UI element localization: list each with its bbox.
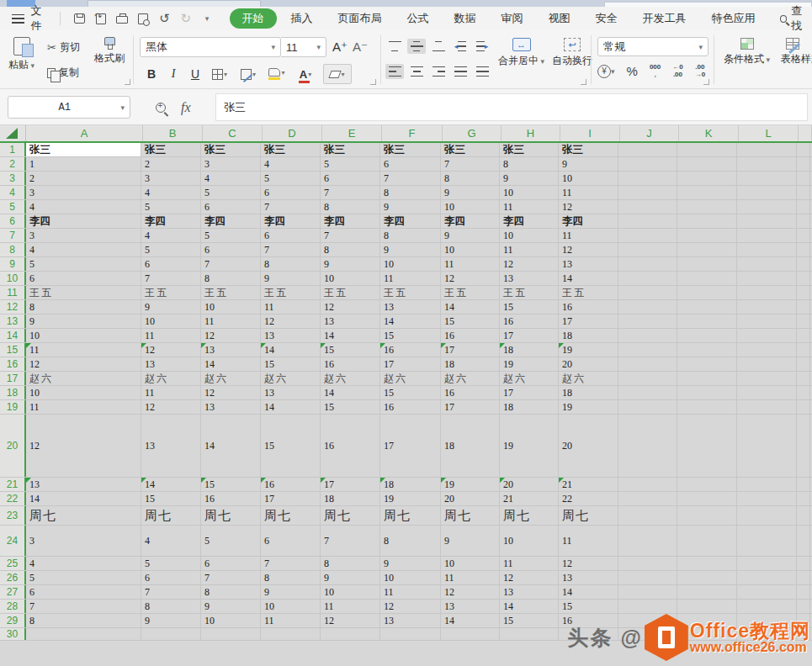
cell-A22[interactable]: 14 xyxy=(26,492,141,505)
conditional-format-button[interactable]: 条件格式 ▾ xyxy=(724,38,770,66)
cell-I23[interactable]: 周七 xyxy=(559,506,618,525)
cell-H7[interactable]: 10 xyxy=(500,229,559,242)
cell-F9[interactable]: 10 xyxy=(380,257,441,271)
cell-H3[interactable]: 9 xyxy=(500,172,559,185)
cell-B2[interactable]: 2 xyxy=(141,157,201,171)
align-bottom-button[interactable] xyxy=(429,39,448,54)
cell-H26[interactable]: 12 xyxy=(500,571,559,584)
cell-D30[interactable] xyxy=(261,628,321,640)
cell-H16[interactable]: 19 xyxy=(500,357,559,371)
decrease-font-size-button[interactable]: A⁻ xyxy=(350,37,370,57)
tab-view[interactable]: 视图 xyxy=(538,8,581,29)
cell-C12[interactable]: 10 xyxy=(201,300,261,314)
cell-G26[interactable]: 11 xyxy=(441,571,500,584)
cell-H6[interactable]: 李四 xyxy=(500,214,559,228)
cell-K7[interactable] xyxy=(677,229,737,242)
cell-M14[interactable] xyxy=(797,329,810,342)
cell-I8[interactable]: 12 xyxy=(559,243,618,256)
file-menu[interactable]: 文件 xyxy=(30,3,51,34)
cell-M20[interactable] xyxy=(797,415,810,477)
cell-K21[interactable] xyxy=(677,478,737,491)
cell-K18[interactable] xyxy=(677,386,737,399)
cell-D11[interactable]: 王五 xyxy=(261,286,321,299)
cell-L11[interactable] xyxy=(737,286,797,299)
cell-G28[interactable]: 13 xyxy=(441,600,500,613)
cell-M6[interactable] xyxy=(797,214,810,228)
zoom-icon[interactable] xyxy=(156,103,166,113)
cell-L16[interactable] xyxy=(737,357,797,371)
cell-B28[interactable]: 8 xyxy=(141,600,201,613)
cell-K9[interactable] xyxy=(677,257,737,271)
cell-C9[interactable]: 7 xyxy=(201,257,261,271)
cell-E27[interactable]: 10 xyxy=(321,585,380,599)
cell-K14[interactable] xyxy=(677,329,737,342)
cell-H23[interactable]: 周七 xyxy=(500,506,559,525)
cell-E2[interactable]: 5 xyxy=(321,157,380,171)
cell-B7[interactable]: 4 xyxy=(141,229,201,242)
cell-D1[interactable]: 张三 xyxy=(261,143,321,156)
table-style-button[interactable]: 表格样式 xyxy=(781,38,812,66)
cell-A28[interactable]: 7 xyxy=(26,600,141,613)
cell-M27[interactable] xyxy=(797,585,810,599)
cell-J2[interactable] xyxy=(618,157,677,171)
cell-G14[interactable]: 16 xyxy=(441,329,500,342)
cell-K10[interactable] xyxy=(677,272,737,285)
cell-H25[interactable]: 11 xyxy=(500,557,559,570)
cell-M25[interactable] xyxy=(797,557,810,570)
cell-L1[interactable] xyxy=(737,143,797,156)
cell-E18[interactable]: 14 xyxy=(321,386,380,399)
column-header-A[interactable]: A xyxy=(26,125,143,141)
cell-I28[interactable]: 15 xyxy=(559,600,618,613)
cell-C21[interactable]: 15 xyxy=(201,478,261,491)
cell-E7[interactable]: 7 xyxy=(321,229,380,242)
thousands-separator-button[interactable]: 000, xyxy=(650,64,661,79)
cell-L17[interactable] xyxy=(737,372,797,385)
cell-M26[interactable] xyxy=(797,571,810,584)
cell-B18[interactable]: 11 xyxy=(141,386,201,399)
cell-A11[interactable]: 王五 xyxy=(26,286,141,299)
cell-E10[interactable]: 10 xyxy=(321,272,380,285)
cell-B3[interactable]: 3 xyxy=(141,172,201,185)
hamburger-menu-icon[interactable] xyxy=(12,14,24,24)
cell-C10[interactable]: 8 xyxy=(201,272,261,285)
cell-G25[interactable]: 10 xyxy=(441,557,500,570)
increase-indent-button[interactable]: ▸ xyxy=(473,39,491,54)
row-header-13[interactable]: 13 xyxy=(0,314,26,328)
cell-A9[interactable]: 5 xyxy=(26,257,141,271)
cell-J14[interactable] xyxy=(618,329,677,342)
cell-D7[interactable]: 6 xyxy=(261,229,321,242)
cell-M3[interactable] xyxy=(797,172,810,185)
cell-F12[interactable]: 13 xyxy=(380,300,441,314)
cell-F17[interactable]: 赵六 xyxy=(380,372,441,385)
cell-D20[interactable]: 15 xyxy=(261,415,321,477)
row-header-23[interactable]: 23 xyxy=(0,506,26,525)
row-header-19[interactable]: 19 xyxy=(0,400,26,414)
cell-B15[interactable]: 12 xyxy=(141,343,201,357)
cell-L8[interactable] xyxy=(737,243,797,256)
cell-A13[interactable]: 9 xyxy=(26,314,141,328)
cell-E25[interactable]: 8 xyxy=(321,557,380,570)
cell-I19[interactable]: 19 xyxy=(559,400,618,414)
font-color-button[interactable]: A▾ xyxy=(293,64,318,84)
row-header-6[interactable]: 6 xyxy=(0,214,26,228)
cell-F26[interactable]: 10 xyxy=(380,571,441,584)
cell-B1[interactable]: 张三 xyxy=(141,143,201,156)
cell-L19[interactable] xyxy=(737,400,797,414)
cell-G30[interactable] xyxy=(441,628,500,640)
cell-C19[interactable]: 13 xyxy=(201,400,261,414)
cell-L23[interactable] xyxy=(737,506,797,525)
align-dialog-launcher[interactable] xyxy=(581,79,586,85)
cell-I27[interactable]: 14 xyxy=(559,585,618,599)
row-header-29[interactable]: 29 xyxy=(0,614,26,627)
cell-D21[interactable]: 16 xyxy=(261,478,321,491)
cell-J23[interactable] xyxy=(618,506,677,525)
cell-D26[interactable]: 8 xyxy=(261,571,321,584)
cell-B12[interactable]: 9 xyxy=(141,300,201,314)
cell-F25[interactable]: 9 xyxy=(380,557,441,570)
row-header-1[interactable]: 1 xyxy=(0,143,26,156)
column-header-C[interactable]: C xyxy=(203,125,263,141)
cell-H10[interactable]: 13 xyxy=(500,272,559,285)
cell-K20[interactable] xyxy=(677,415,737,477)
row-header-28[interactable]: 28 xyxy=(0,600,26,613)
cell-C2[interactable]: 3 xyxy=(201,157,261,171)
